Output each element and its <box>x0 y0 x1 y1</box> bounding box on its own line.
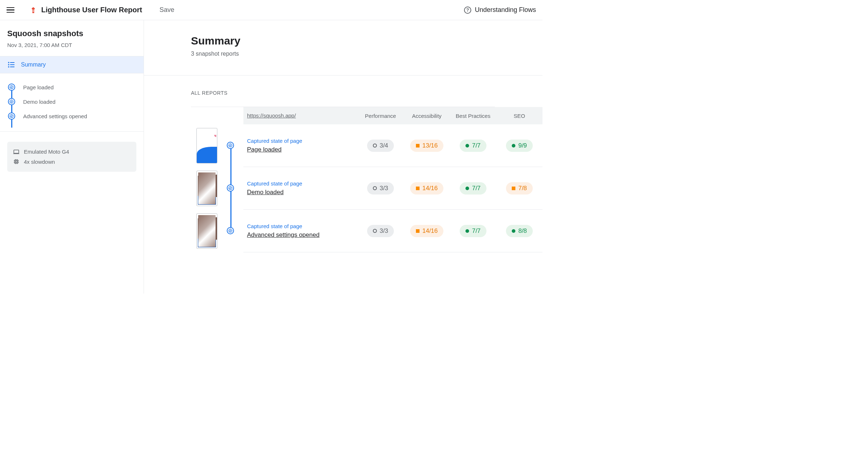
col-seo: SEO <box>496 113 542 119</box>
summary-label: Summary <box>21 61 46 68</box>
svg-point-0 <box>8 62 9 63</box>
tested-url-link[interactable]: https://squoosh.app/ <box>247 112 296 119</box>
score-pill: 7/7 <box>460 182 486 195</box>
save-button[interactable]: Save <box>159 6 174 14</box>
throttle-label: 4x slowdown <box>24 159 55 165</box>
score-cell: 3/3 <box>357 225 404 237</box>
score-pill: 7/7 <box>460 225 486 237</box>
aperture-icon <box>8 112 15 120</box>
table-header: https://squoosh.app/ Performance Accessi… <box>243 107 542 124</box>
step-label: Demo loaded <box>23 99 55 105</box>
step-label: Page loaded <box>23 84 54 90</box>
score-cell: 13/16 <box>404 140 450 152</box>
table-row: Captured state of pageAdvanced settings … <box>243 210 542 252</box>
score-pill: 8/8 <box>506 225 533 237</box>
score-pill: 7/8 <box>506 182 533 195</box>
score-cell: 3/3 <box>357 182 404 195</box>
sidebar: Squoosh snapshots Nov 3, 2021, 7:00 AM C… <box>0 20 144 294</box>
list-icon <box>8 62 14 68</box>
sidebar-item-summary[interactable]: Summary <box>0 56 144 73</box>
menu-icon[interactable] <box>7 6 15 14</box>
topbar: Lighthouse User Flow Report Save ? Under… <box>0 0 542 20</box>
svg-rect-11 <box>16 161 17 163</box>
aperture-icon <box>227 227 234 234</box>
app-title: Lighthouse User Flow Report <box>41 6 142 14</box>
lighthouse-logo-icon <box>30 7 37 14</box>
row-caption: Captured state of page <box>247 223 357 229</box>
sidebar-step[interactable]: Advanced settings opened <box>8 109 136 123</box>
svg-rect-9 <box>14 150 19 153</box>
sidebar-step[interactable]: Demo loaded <box>8 94 136 109</box>
score-cell: 8/8 <box>496 225 542 237</box>
score-pill: 13/16 <box>410 140 444 152</box>
step-label: Advanced settings opened <box>23 113 87 119</box>
screenshot-thumbnail[interactable] <box>196 171 217 206</box>
table-row: Captured state of pageDemo loaded3/314/1… <box>243 167 542 210</box>
score-cell: 7/7 <box>450 225 496 237</box>
col-best-practices: Best Practices <box>450 113 496 119</box>
flow-date: Nov 3, 2021, 7:00 AM CDT <box>7 42 136 48</box>
col-performance: Performance <box>357 113 404 119</box>
score-cell: 14/16 <box>404 225 450 237</box>
score-pill: 3/4 <box>367 140 394 152</box>
device-icon <box>13 149 20 154</box>
screenshot-thumbnail[interactable] <box>196 213 217 249</box>
score-pill: 3/3 <box>367 182 394 195</box>
row-caption: Captured state of page <box>247 138 357 144</box>
flow-title: Squoosh snapshots <box>7 29 136 38</box>
help-icon: ? <box>464 7 471 14</box>
understanding-flows-link[interactable]: ? Understanding Flows <box>464 6 536 14</box>
score-cell: 9/9 <box>496 140 542 152</box>
svg-point-2 <box>8 64 9 65</box>
main-content: Summary 3 snapshot reports ALL REPORTS h… <box>144 20 542 294</box>
score-pill: 3/3 <box>367 225 394 237</box>
row-caption: Captured state of page <box>247 180 357 187</box>
score-cell: 14/16 <box>404 182 450 195</box>
table-row: Captured state of pagePage loaded3/413/1… <box>243 124 542 167</box>
cpu-icon <box>13 158 20 165</box>
svg-point-4 <box>8 66 9 68</box>
score-cell: 3/4 <box>357 140 404 152</box>
score-pill: 7/7 <box>460 140 486 152</box>
score-cell: 7/7 <box>450 140 496 152</box>
screenshot-thumbnail[interactable] <box>196 128 217 163</box>
svg-rect-3 <box>10 64 14 65</box>
score-pill: 14/16 <box>410 182 444 195</box>
row-name-link[interactable]: Demo loaded <box>247 189 357 196</box>
aperture-icon <box>8 98 15 105</box>
reports-table: https://squoosh.app/ Performance Accessi… <box>243 107 542 252</box>
page-subtitle: 3 snapshot reports <box>191 51 542 57</box>
step-connector-line <box>11 88 12 128</box>
page-title: Summary <box>191 35 542 47</box>
aperture-icon <box>227 142 234 149</box>
aperture-icon <box>227 184 234 192</box>
svg-rect-1 <box>10 62 14 63</box>
row-name-link[interactable]: Page loaded <box>247 146 357 153</box>
sidebar-step[interactable]: Page loaded <box>8 80 136 94</box>
score-pill: 9/9 <box>506 140 533 152</box>
svg-rect-5 <box>10 67 14 67</box>
col-accessibility: Accessibility <box>404 113 450 119</box>
score-cell: 7/7 <box>450 182 496 195</box>
score-pill: 14/16 <box>410 225 444 237</box>
svg-rect-10 <box>15 160 18 163</box>
help-label: Understanding Flows <box>475 6 536 14</box>
row-name-link[interactable]: Advanced settings opened <box>247 231 357 239</box>
device-label: Emulated Moto G4 <box>24 149 69 155</box>
score-cell: 7/8 <box>496 182 542 195</box>
aperture-icon <box>8 84 15 91</box>
sidebar-meta: Emulated Moto G4 4x slowdown <box>7 142 136 172</box>
all-reports-heading: ALL REPORTS <box>191 90 542 96</box>
